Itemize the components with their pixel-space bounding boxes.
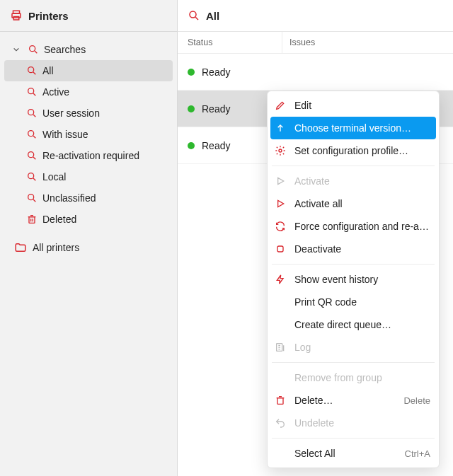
menu-item-choose-version[interactable]: Choose terminal version… (270, 117, 436, 139)
menu-item-edit[interactable]: Edit (270, 94, 436, 117)
context-menu: Edit Choose terminal version… Set config… (267, 91, 440, 468)
search-icon (25, 128, 38, 141)
sidebar-item-unclassified[interactable]: Unclassified (0, 187, 177, 209)
sidebar-item-all[interactable]: All (4, 60, 173, 81)
column-header-status[interactable]: Status (178, 32, 282, 53)
menu-item-label: Remove from group (294, 372, 430, 383)
search-icon (25, 170, 38, 183)
undo-icon (273, 416, 287, 430)
main-header: All (178, 0, 453, 32)
play-icon (273, 197, 287, 211)
sidebar-item-label: Re-activation required (42, 150, 139, 161)
menu-item-set-profile[interactable]: Set configuration profile… (270, 139, 436, 162)
sidebar-item-label: User session (42, 108, 100, 119)
sidebar-item-label: Deleted (42, 214, 76, 225)
menu-item-label: Select All (294, 448, 398, 459)
menu-item-force-config[interactable]: Force configuration and re-activate (270, 215, 436, 238)
sidebar-item-active[interactable]: Active (0, 81, 177, 103)
search-icon (25, 64, 38, 77)
play-icon (273, 174, 287, 188)
svg-line-6 (33, 72, 35, 74)
svg-point-17 (28, 195, 34, 200)
table-header: Status Issues (178, 32, 453, 54)
sidebar-item-label: With issue (42, 129, 88, 140)
menu-item-shortcut: Ctrl+A (405, 448, 430, 459)
svg-point-9 (28, 110, 34, 115)
status-dot-icon (188, 105, 195, 112)
status-cell: Ready (202, 103, 230, 115)
sidebar-title: Printers (28, 10, 69, 22)
menu-item-label: Deactivate (294, 243, 430, 255)
menu-item-create-queue[interactable]: Create direct queue… (270, 313, 436, 336)
status-dot-icon (188, 69, 195, 76)
sidebar: Printers Searches All (0, 0, 178, 476)
menu-item-label: Force configuration and re-activate (294, 221, 430, 232)
sidebar-item-with-issue[interactable]: With issue (0, 124, 177, 145)
sidebar-item-label: Active (42, 86, 69, 98)
trash-icon (25, 213, 38, 226)
menu-item-label: Undelete (294, 417, 430, 429)
folder-icon (14, 241, 27, 254)
svg-point-13 (28, 152, 34, 158)
search-icon (25, 192, 38, 204)
menu-item-print-qr[interactable]: Print QR code (270, 291, 436, 313)
sidebar-header: Printers (0, 0, 177, 32)
sidebar-item-label: Local (42, 171, 66, 182)
menu-separator (272, 438, 435, 439)
svg-point-22 (190, 11, 196, 18)
menu-item-activate-all[interactable]: Activate all (270, 192, 436, 215)
search-icon (25, 149, 38, 162)
sidebar-item-label: Unclassified (42, 192, 96, 204)
svg-rect-27 (277, 398, 283, 405)
search-icon (27, 43, 40, 56)
search-icon (25, 86, 38, 98)
menu-item-delete[interactable]: Delete… Delete (270, 389, 436, 412)
blank-icon (273, 318, 287, 332)
all-printers-label: All printers (33, 242, 79, 253)
svg-point-15 (28, 173, 34, 179)
column-header-issues[interactable]: Issues (282, 32, 453, 53)
blank-icon (273, 446, 287, 460)
menu-item-label: Activate (294, 175, 430, 187)
all-printers-node[interactable]: All printers (0, 237, 177, 258)
menu-separator (272, 362, 435, 363)
svg-point-24 (279, 149, 282, 152)
log-icon (273, 340, 287, 354)
svg-line-18 (33, 199, 35, 202)
menu-separator (272, 264, 435, 265)
pencil-icon (273, 98, 287, 112)
upload-icon (273, 121, 287, 135)
menu-item-label: Print QR code (294, 296, 430, 308)
tree-searches-label: Searches (44, 44, 86, 55)
svg-line-4 (35, 51, 37, 53)
svg-line-12 (33, 136, 35, 138)
table-row[interactable]: Ready (178, 54, 453, 91)
lightning-icon (273, 272, 287, 286)
menu-item-label: Create direct queue… (294, 319, 430, 330)
sidebar-item-reactivation[interactable]: Re-activation required (0, 145, 177, 166)
menu-item-label: Set configuration profile… (294, 145, 430, 156)
trash-icon (273, 393, 287, 407)
menu-item-label: Log (294, 342, 430, 353)
svg-rect-25 (277, 246, 283, 252)
main-title: All (206, 10, 219, 22)
printer-icon (10, 9, 23, 22)
menu-item-activate: Activate (270, 170, 436, 192)
sidebar-item-deleted[interactable]: Deleted (0, 209, 177, 230)
sidebar-tree: Searches All Active User session (0, 32, 177, 258)
menu-item-show-history[interactable]: Show event history (270, 268, 436, 291)
stop-icon (273, 242, 287, 256)
menu-item-select-all[interactable]: Select All Ctrl+A (270, 442, 436, 465)
svg-line-23 (195, 17, 198, 20)
sidebar-item-local[interactable]: Local (0, 166, 177, 187)
svg-line-16 (33, 178, 35, 180)
svg-point-11 (28, 131, 34, 137)
status-cell: Ready (202, 66, 230, 78)
menu-item-label: Activate all (294, 198, 430, 209)
svg-point-7 (28, 88, 34, 94)
menu-item-deactivate[interactable]: Deactivate (270, 238, 436, 260)
sidebar-item-user-session[interactable]: User session (0, 103, 177, 124)
gear-icon (273, 144, 287, 158)
tree-node-searches[interactable]: Searches (0, 39, 177, 60)
svg-rect-19 (29, 217, 35, 224)
